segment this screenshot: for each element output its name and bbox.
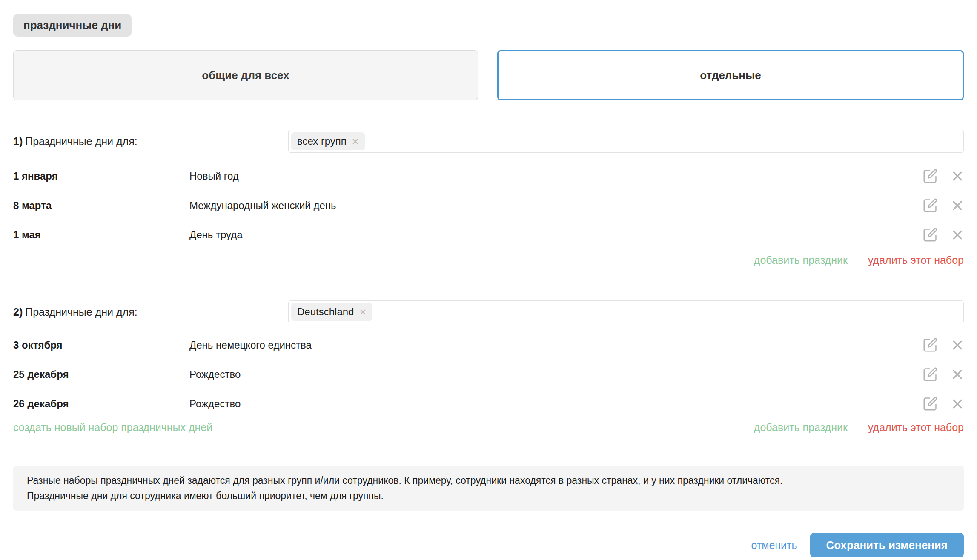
set-2-groups-input[interactable]: Deutschland ✕ <box>288 300 964 323</box>
edit-holiday-icon[interactable] <box>922 197 938 214</box>
holiday-date: 8 марта <box>13 200 189 211</box>
holiday-date: 25 декабря <box>13 369 189 380</box>
delete-holiday-icon[interactable] <box>951 199 964 212</box>
delete-holiday-icon[interactable] <box>951 368 964 381</box>
set-1-label-text: Праздничные дни для: <box>25 135 137 147</box>
set-2-header: 2)Праздничные дни для: Deutschland ✕ <box>13 300 964 323</box>
info-line-1: Разные наборы праздничных дней задаются … <box>27 473 950 488</box>
set-1-header: 1)Праздничные дни для: всех групп ✕ <box>13 130 964 153</box>
set-1-groups-input[interactable]: всех групп ✕ <box>288 130 964 153</box>
holidays-mode-tabs: общие для всех отдельные <box>13 50 964 100</box>
delete-holiday-icon[interactable] <box>951 397 964 410</box>
info-box: Разные наборы праздничных дней задаются … <box>13 466 964 511</box>
holiday-set-1: 1)Праздничные дни для: всех групп ✕ 1 ян… <box>13 130 964 267</box>
set-1-group-tag: всех групп ✕ <box>291 132 365 150</box>
delete-set-link[interactable]: удалить этот набор <box>868 254 964 266</box>
holiday-name: Новый год <box>189 170 922 182</box>
holiday-actions <box>922 168 964 184</box>
holiday-actions <box>922 366 964 383</box>
holiday-name: День труда <box>189 229 922 241</box>
holiday-row: 8 марта Международный женский день <box>13 197 964 214</box>
holiday-row: 25 декабря Рождество <box>13 366 964 383</box>
holiday-date: 1 мая <box>13 229 189 241</box>
set-2-remove-tag-icon[interactable]: ✕ <box>359 308 367 317</box>
holiday-set-2: 2)Праздничные дни для: Deutschland ✕ 3 о… <box>13 300 964 434</box>
tab-common-for-all[interactable]: общие для всех <box>13 50 478 100</box>
set-2-number: 2) <box>13 306 23 318</box>
holiday-actions <box>922 197 964 214</box>
add-holiday-link[interactable]: добавить праздник <box>754 254 848 266</box>
set-2-actions-right: добавить праздник удалить этот набор <box>754 421 964 434</box>
holiday-row: 26 декабря Рождество <box>13 395 964 412</box>
edit-holiday-icon[interactable] <box>922 396 938 412</box>
holiday-name: Международный женский день <box>189 200 922 211</box>
delete-holiday-icon[interactable] <box>951 170 964 183</box>
set-2-group-tag-label: Deutschland <box>297 306 354 318</box>
holiday-actions <box>922 337 964 353</box>
add-holiday-link[interactable]: добавить праздник <box>754 421 848 434</box>
edit-holiday-icon[interactable] <box>922 366 938 383</box>
holiday-name: День немецкого единства <box>189 339 922 351</box>
edit-holiday-icon[interactable] <box>922 227 938 243</box>
set-2-label-text: Праздничные дни для: <box>25 306 137 318</box>
edit-holiday-icon[interactable] <box>922 168 938 184</box>
delete-holiday-icon[interactable] <box>951 339 964 351</box>
edit-holiday-icon[interactable] <box>922 337 938 353</box>
holiday-actions <box>922 396 964 412</box>
holiday-row: 1 мая День труда <box>13 226 964 243</box>
footer-actions: отменить Сохранить изменения <box>13 533 964 557</box>
set-2-label: 2)Праздничные дни для: <box>13 306 288 318</box>
set-1-label: 1)Праздничные дни для: <box>13 135 288 148</box>
holidays-settings-panel: праздничные дни общие для всех отдельные… <box>0 0 977 560</box>
delete-set-link[interactable]: удалить этот набор <box>868 421 964 434</box>
holiday-name: Рождество <box>189 398 922 410</box>
holiday-row: 1 января Новый год <box>13 168 964 185</box>
set-2-group-tag: Deutschland ✕ <box>291 303 372 321</box>
set-1-actions: добавить праздник удалить этот набор <box>13 253 964 267</box>
holiday-date: 1 января <box>13 170 189 182</box>
section-badge: праздничные дни <box>13 14 132 37</box>
set-1-remove-tag-icon[interactable]: ✕ <box>352 137 359 146</box>
save-changes-button[interactable]: Сохранить изменения <box>810 533 964 557</box>
holiday-name: Рождество <box>189 369 922 380</box>
holiday-row: 3 октября День немецкого единства <box>13 337 964 354</box>
set-1-group-tag-label: всех групп <box>297 135 347 147</box>
holiday-date: 3 октября <box>13 339 189 351</box>
create-new-set-link[interactable]: создать новый набор праздничных дней <box>13 421 212 434</box>
holiday-actions <box>922 227 964 243</box>
tab-separate[interactable]: отдельные <box>497 50 964 100</box>
delete-holiday-icon[interactable] <box>951 229 964 241</box>
info-line-2: Праздничные дни для сотрудника имеют бол… <box>27 488 950 503</box>
set-2-actions: создать новый набор праздничных дней доб… <box>13 420 964 434</box>
set-1-number: 1) <box>13 135 23 147</box>
holiday-date: 26 декабря <box>13 398 189 410</box>
cancel-link[interactable]: отменить <box>751 539 797 551</box>
